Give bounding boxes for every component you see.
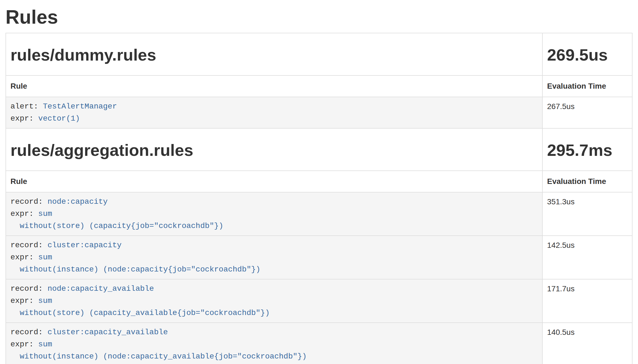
group-total-time-cell: 295.7ms xyxy=(542,128,632,171)
rule-line: alert: TestAlertManager xyxy=(10,100,538,113)
rule-expr-link[interactable]: without(store) (capacity{job="cockroachd… xyxy=(10,222,223,230)
group-header-row: rules/dummy.rules 269.5us xyxy=(6,33,632,75)
rule-keyword: expr: xyxy=(10,253,38,262)
rule-line: without(instance) (node:capacity{job="co… xyxy=(10,264,538,276)
evaluation-time-column-header: Evaluation Time xyxy=(542,75,632,97)
rule-expr-link[interactable]: sum xyxy=(38,340,52,349)
rule-keyword: record: xyxy=(10,284,47,293)
rule-column-header: Rule xyxy=(6,75,542,97)
rule-row: alert: TestAlertManager expr: vector(1) … xyxy=(6,97,632,128)
rule-line: record: cluster:capacity_available xyxy=(10,326,538,338)
rule-expr-link[interactable]: sum xyxy=(38,297,52,305)
rule-line: record: node:capacity xyxy=(10,196,538,208)
rule-definition-cell: record: node:capacity_available expr: su… xyxy=(6,279,542,323)
group-name-cell: rules/aggregation.rules xyxy=(6,128,542,171)
rule-keyword: expr: xyxy=(10,210,38,218)
rule-keyword: expr: xyxy=(10,297,38,305)
rule-row: record: node:capacity expr: sum without(… xyxy=(6,192,632,236)
rule-name-link[interactable]: cluster:capacity_available xyxy=(47,328,168,336)
rule-name-link[interactable]: cluster:capacity xyxy=(47,241,121,249)
rule-keyword: record: xyxy=(10,328,47,336)
group-name-cell: rules/dummy.rules xyxy=(6,33,542,75)
rule-line: without(instance) (node:capacity_availab… xyxy=(10,351,538,363)
rules-page: Rules rules/dummy.rules 269.5us Rule Eva… xyxy=(0,7,638,364)
rules-table: rules/dummy.rules 269.5us Rule Evaluatio… xyxy=(6,33,632,364)
rule-expr-link[interactable]: sum xyxy=(38,210,52,218)
group-total-evaluation-time: 269.5us xyxy=(547,46,628,64)
rule-name-link[interactable]: TestAlertManager xyxy=(43,102,117,111)
column-header-row: Rule Evaluation Time xyxy=(6,171,632,192)
rule-evaluation-time: 267.5us xyxy=(542,97,632,128)
rule-definition-cell: record: cluster:capacity_available expr:… xyxy=(6,323,542,364)
rule-line: expr: sum xyxy=(10,208,538,220)
evaluation-time-column-header: Evaluation Time xyxy=(542,171,632,192)
rule-line: without(store) (capacity{job="cockroachd… xyxy=(10,220,538,232)
rule-definition-cell: alert: TestAlertManager expr: vector(1) xyxy=(6,97,542,128)
group-total-time-cell: 269.5us xyxy=(542,33,632,75)
group-name: rules/aggregation.rules xyxy=(10,141,538,159)
rule-definition-cell: record: node:capacity expr: sum without(… xyxy=(6,192,542,236)
rule-line: expr: sum xyxy=(10,251,538,264)
rule-column-header: Rule xyxy=(6,171,542,192)
rule-evaluation-time: 140.5us xyxy=(542,323,632,364)
rule-expr-link[interactable]: vector(1) xyxy=(38,114,80,123)
rule-line: expr: vector(1) xyxy=(10,113,538,125)
rule-expr-link[interactable]: without(store) (capacity_available{job="… xyxy=(10,309,270,317)
rule-line: expr: sum xyxy=(10,295,538,307)
group-header-row: rules/aggregation.rules 295.7ms xyxy=(6,128,632,171)
rule-name-link[interactable]: node:capacity xyxy=(47,197,107,206)
rule-row: record: node:capacity_available expr: su… xyxy=(6,279,632,323)
group-name: rules/dummy.rules xyxy=(10,46,538,64)
rule-keyword: record: xyxy=(10,241,47,249)
rule-keyword: record: xyxy=(10,197,47,206)
rule-expr-link[interactable]: sum xyxy=(38,253,52,262)
rule-evaluation-time: 171.7us xyxy=(542,279,632,323)
group-total-evaluation-time: 295.7ms xyxy=(547,141,628,159)
rule-evaluation-time: 142.5us xyxy=(542,236,632,279)
rule-line: record: node:capacity_available xyxy=(10,283,538,295)
rule-line: without(store) (capacity_available{job="… xyxy=(10,307,538,319)
rule-row: record: cluster:capacity_available expr:… xyxy=(6,323,632,364)
rule-line: record: cluster:capacity xyxy=(10,239,538,251)
column-header-row: Rule Evaluation Time xyxy=(6,75,632,97)
rule-name-link[interactable]: node:capacity_available xyxy=(47,284,154,293)
rule-expr-link[interactable]: without(instance) (node:capacity{job="co… xyxy=(10,265,260,274)
rule-expr-link[interactable]: without(instance) (node:capacity_availab… xyxy=(10,352,307,361)
rule-keyword: expr: xyxy=(10,114,38,123)
rule-row: record: cluster:capacity expr: sum witho… xyxy=(6,236,632,279)
rule-keyword: expr: xyxy=(10,340,38,349)
rule-evaluation-time: 351.3us xyxy=(542,192,632,236)
rule-keyword: alert: xyxy=(10,102,43,111)
page-title: Rules xyxy=(6,7,632,28)
rule-definition-cell: record: cluster:capacity expr: sum witho… xyxy=(6,236,542,279)
rule-line: expr: sum xyxy=(10,338,538,351)
